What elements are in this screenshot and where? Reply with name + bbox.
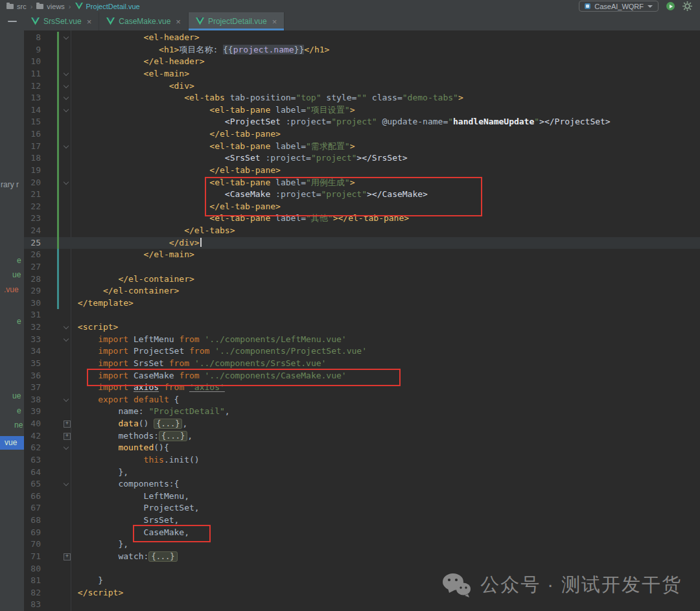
fold-expand-icon[interactable]: + (64, 553, 71, 560)
line-number[interactable]: 19 (24, 165, 41, 177)
code-line[interactable]: 26 </el-main> (24, 249, 700, 261)
code-line[interactable]: 14 <el-tab-pane label="项目设置"> (24, 104, 700, 117)
breadcrumb-item-src[interactable]: src (17, 3, 27, 10)
line-number[interactable]: 32 (24, 321, 41, 334)
tree-item[interactable]: e (17, 317, 21, 326)
code-line[interactable]: 31 (24, 309, 700, 321)
line-number[interactable]: 27 (24, 261, 41, 273)
tab-projectdetail[interactable]: ProjectDetail.vue × (189, 12, 285, 30)
tree-item[interactable]: ne (14, 421, 23, 430)
code-line[interactable]: 42+ methods:{...}, (24, 430, 700, 443)
close-icon[interactable]: × (176, 17, 181, 26)
settings-gear-icon[interactable] (682, 1, 692, 11)
line-number[interactable]: 10 (24, 56, 41, 68)
tree-item[interactable]: e (17, 256, 21, 265)
code-line[interactable]: 10 </el-header> (24, 56, 700, 68)
line-number[interactable]: 12 (24, 80, 41, 93)
code-line[interactable]: 17 <el-tab-pane label="需求配置"> (24, 141, 700, 153)
line-number[interactable]: 68 (24, 514, 41, 527)
code-line[interactable]: 67 ProjectSet, (24, 502, 700, 514)
line-number[interactable]: 82 (24, 587, 41, 599)
line-number[interactable]: 63 (24, 454, 41, 467)
fold-arrow-icon[interactable] (62, 321, 71, 333)
code-line[interactable]: 13 <el-tabs tab-position="top" style="" … (24, 92, 700, 104)
line-number[interactable]: 18 (24, 152, 41, 165)
tree-item[interactable]: ue (12, 270, 21, 279)
code-line[interactable]: 18 <SrsSet :project="project"></SrsSet> (24, 152, 700, 165)
code-line[interactable]: 39 name: "ProjectDetail", (24, 406, 700, 418)
code-line[interactable]: 24 </el-tabs> (24, 225, 700, 237)
line-number[interactable]: 24 (24, 225, 41, 237)
code-line[interactable]: 83 (24, 599, 700, 611)
fold-arrow-icon[interactable] (62, 32, 71, 43)
line-number[interactable]: 16 (24, 128, 41, 141)
breadcrumb-item-file[interactable]: ProjectDetail.vue (86, 3, 140, 10)
tab-casemake[interactable]: CaseMake.vue × (99, 12, 189, 30)
code-line[interactable]: 38 export default { (24, 394, 700, 406)
fold-arrow-icon[interactable] (62, 68, 71, 80)
line-number[interactable]: 31 (24, 309, 41, 321)
line-number[interactable]: 71 (24, 551, 41, 563)
line-number[interactable]: 34 (24, 345, 41, 358)
code-line[interactable]: 19 </el-tab-pane> (24, 165, 700, 177)
fold-arrow-icon[interactable] (62, 478, 71, 490)
line-number[interactable]: 37 (24, 382, 41, 394)
line-number[interactable]: 83 (24, 599, 41, 611)
line-number[interactable]: 65 (24, 478, 41, 490)
line-number[interactable]: 80 (24, 563, 41, 575)
fold-expand-icon[interactable]: + (64, 433, 71, 440)
line-number[interactable]: 66 (24, 490, 41, 503)
line-number[interactable]: 29 (24, 285, 41, 297)
run-button[interactable] (666, 2, 675, 10)
line-number[interactable]: 20 (24, 177, 41, 189)
line-number[interactable]: 28 (24, 273, 41, 286)
code-line[interactable]: 30 </template> (24, 297, 700, 310)
line-number[interactable]: 42 (24, 430, 41, 443)
line-number[interactable]: 21 (24, 189, 41, 201)
line-number[interactable]: 8 (24, 32, 41, 44)
run-config-selector[interactable]: CaseAI_WQRF (579, 1, 659, 12)
line-number[interactable]: 40 (24, 418, 41, 430)
close-icon[interactable]: × (87, 17, 92, 26)
code-line[interactable]: 69 CaseMake, (24, 527, 700, 539)
code-line[interactable]: 34 import ProjectSet from '../components… (24, 345, 700, 358)
code-line[interactable]: 27 (24, 261, 700, 273)
line-number[interactable]: 9 (24, 44, 41, 56)
line-number[interactable]: 17 (24, 141, 41, 153)
code-line[interactable]: 28 </el-container> (24, 273, 700, 286)
code-line[interactable]: 65 components:{ (24, 478, 700, 490)
line-number[interactable]: 81 (24, 575, 41, 587)
line-number[interactable]: 14 (24, 104, 41, 117)
code-line[interactable]: 8 <el-header> (24, 32, 700, 44)
code-line[interactable]: 70 }, (24, 538, 700, 551)
code-line[interactable]: 15 <ProjectSet :project="project" @updat… (24, 116, 700, 128)
breadcrumb-item-views[interactable]: views (47, 3, 65, 10)
line-number[interactable]: 36 (24, 370, 41, 382)
fold-arrow-icon[interactable] (62, 177, 71, 189)
line-number[interactable]: 25 (24, 237, 41, 249)
fold-arrow-icon[interactable] (62, 141, 71, 152)
fold-arrow-icon[interactable] (62, 442, 71, 454)
fold-expand-icon[interactable]: + (64, 421, 71, 428)
line-number[interactable]: 15 (24, 116, 41, 128)
code-line[interactable]: 33 import LeftMenu from '../components/L… (24, 334, 700, 346)
code-line[interactable]: 25 </div> (24, 237, 700, 249)
tree-item[interactable]: .vue (4, 285, 19, 294)
fold-arrow-icon[interactable] (62, 334, 71, 345)
fold-arrow-icon[interactable] (62, 104, 71, 116)
fold-arrow-icon[interactable] (62, 80, 71, 92)
line-number[interactable]: 39 (24, 406, 41, 418)
code-editor[interactable]: 8 <el-header>9 <h1>项目名称: {{project.name}… (24, 30, 700, 611)
code-line[interactable]: 35 import SrsSet from '../components/Srs… (24, 358, 700, 370)
line-number[interactable]: 62 (24, 442, 41, 454)
code-line[interactable]: 40+ data() {...}, (24, 418, 700, 430)
tab-srsset[interactable]: SrsSet.vue × (24, 12, 99, 30)
tree-item[interactable]: ue (12, 391, 21, 400)
close-icon[interactable]: × (272, 17, 277, 26)
code-line[interactable]: 63 this.init() (24, 454, 700, 467)
tree-item[interactable]: e (17, 406, 21, 415)
fold-arrow-icon[interactable] (62, 92, 71, 104)
line-number[interactable]: 35 (24, 358, 41, 370)
line-number[interactable]: 70 (24, 538, 41, 551)
collapse-icon[interactable] (8, 21, 17, 22)
